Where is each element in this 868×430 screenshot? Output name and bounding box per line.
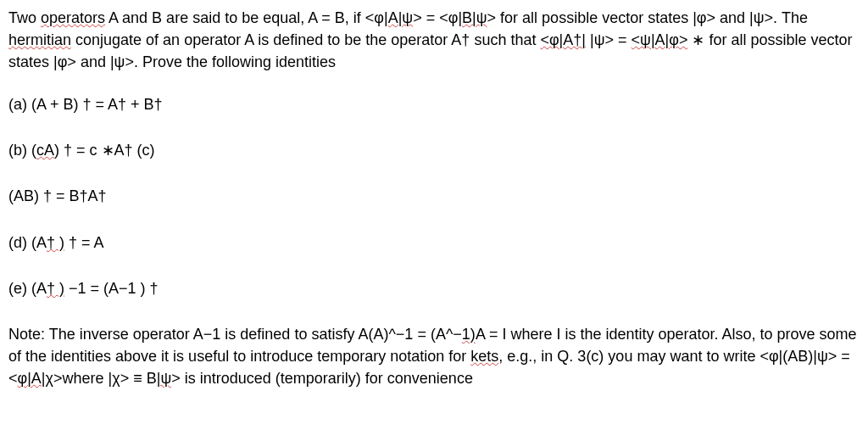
text: ) † = c ∗A† (c): [54, 142, 155, 159]
underlined-fragment: cA: [36, 142, 54, 159]
underlined-fragment: 1): [462, 326, 476, 343]
underlined-word-kets: kets: [470, 348, 498, 365]
underlined-fragment: φ|A|χ: [18, 370, 53, 387]
underlined-fragment: A|ψ: [388, 9, 414, 26]
item-c: (AB) † = B†A†: [8, 185, 860, 207]
text: |ψ> =: [586, 31, 632, 48]
text: −1 = (A−1 ) †: [64, 280, 159, 297]
text: (e) (A: [8, 280, 47, 297]
text: A and B are said to be equal, A = B, if …: [105, 9, 388, 26]
text: > = <φ|: [413, 9, 462, 26]
text: Note: The inverse operator A−1 is define…: [8, 326, 462, 343]
text: conjugate of an operator A is defined to…: [71, 31, 540, 48]
underlined-word-operators: operators: [41, 9, 105, 26]
text: † = A: [64, 234, 104, 251]
underlined-fragment: <ψ|A|φ>: [632, 31, 688, 48]
underlined-fragment: <φ|A†|: [540, 31, 586, 48]
text: (b) (: [8, 142, 36, 159]
underlined-fragment: B|ψ: [462, 9, 487, 26]
underlined-fragment: † ): [47, 280, 64, 297]
item-b: (b) (cA) † = c ∗A† (c): [8, 139, 860, 161]
text: (d) (A: [8, 234, 47, 251]
note-paragraph: Note: The inverse operator A−1 is define…: [8, 323, 860, 389]
underlined-fragment: † ): [47, 234, 64, 251]
text: Two: [8, 9, 41, 26]
text: > for all possible vector states |φ> and…: [487, 9, 809, 26]
item-a: (a) (A + B) † = A† + B†: [8, 93, 860, 115]
underlined-word-hermitian: hermitian: [8, 31, 71, 48]
text: > is introduced (temporarily) for conven…: [171, 370, 473, 387]
text: >where |: [53, 370, 112, 387]
equation-c: (AB) † = B†A†: [8, 187, 107, 204]
intro-paragraph: Two operators A and B are said to be equ…: [8, 7, 860, 73]
text: > ≡ B: [120, 370, 157, 387]
item-e: (e) (A† ) −1 = (A−1 ) †: [8, 277, 860, 299]
underlined-fragment: |ψ: [157, 370, 172, 387]
item-d: (d) (A† ) † = A: [8, 232, 860, 254]
underlined-fragment: χ: [112, 370, 120, 387]
equation-a: (a) (A + B) † = A† + B†: [8, 96, 163, 113]
